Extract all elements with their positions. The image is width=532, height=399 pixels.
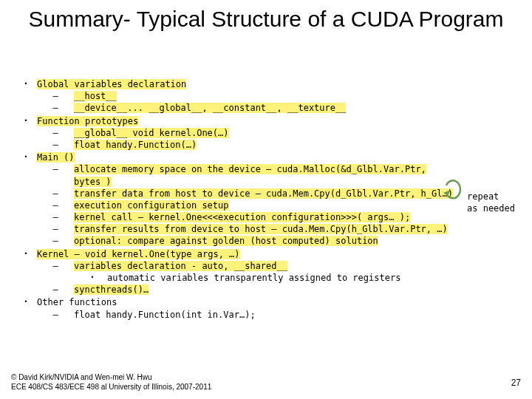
sub-text-wrap: transfer data from host to device – cuda… xyxy=(74,188,453,200)
footer-line2: ECE 408/CS 483/ECE 498 al University of … xyxy=(11,382,211,392)
sub-row: –transfer data from host to device – cud… xyxy=(15,188,458,200)
sub-row: –__global__ void kernel.One(…) xyxy=(15,127,458,139)
sub-row: –variables declaration - auto, __shared_… xyxy=(15,260,458,272)
sub-row: •automatic variables transparently assig… xyxy=(15,272,458,284)
dash-icon: – xyxy=(37,90,74,102)
sub-text-wrap: syncthreads()… xyxy=(74,284,149,296)
section-head-text: Main () xyxy=(37,152,75,163)
sub-text: transfer data from host to device – cuda… xyxy=(74,188,453,199)
dash-icon: – xyxy=(37,102,74,114)
dash-icon: – xyxy=(37,188,74,200)
section-head: Main () xyxy=(37,151,75,163)
sub-row: –execution configuration setup xyxy=(15,200,458,211)
section-head: Global variables declaration xyxy=(37,78,186,90)
section-row: •Other functions xyxy=(15,296,458,308)
section-head-text: Function prototypes xyxy=(37,116,138,126)
dash-icon: – xyxy=(37,235,74,247)
sub-text-wrap: execution configuration setup xyxy=(74,200,229,211)
sub-text-wrap: allocate memory space on the device – cu… xyxy=(74,163,458,187)
section-row: •Function prototypes xyxy=(15,115,458,127)
section-row: •Main () xyxy=(15,151,458,163)
sub-text-wrap: __host__ xyxy=(74,90,117,102)
sub-text-wrap: __device__... __global__, __constant__, … xyxy=(74,102,346,114)
sub-text-wrap: optional: compare against golden (host c… xyxy=(74,235,378,247)
section-head: Kernel – void kernel.One(type args, …) xyxy=(37,248,240,260)
section-row: •Global variables declaration xyxy=(15,78,458,90)
dash-icon: – xyxy=(37,284,74,296)
sub-row: –transfer results from device to host – … xyxy=(15,223,458,235)
sub-text: execution configuration setup xyxy=(74,200,229,211)
dash-icon: – xyxy=(37,200,74,211)
bullet-icon: • xyxy=(15,151,37,163)
dash-icon: – xyxy=(37,139,74,151)
sub-text-wrap: float handy.Function(…) xyxy=(74,139,197,151)
sub-text: transfer results from device to host – c… xyxy=(74,224,448,234)
bullet-icon: • xyxy=(15,296,37,308)
sub-text: __device__... __global__, __constant__, … xyxy=(74,103,346,113)
sub-text: __global__ void kernel.One(…) xyxy=(74,128,229,138)
dash-icon: – xyxy=(37,260,74,272)
dash-icon: – xyxy=(37,309,74,321)
annot-line1: repeat xyxy=(467,191,515,202)
sub-text: variables declaration - auto, __shared__ xyxy=(74,261,287,271)
section-head: Other functions xyxy=(37,296,117,308)
section-head-text: Kernel – void kernel.One(type args, …) xyxy=(37,249,240,259)
section-row: •Kernel – void kernel.One(type args, …) xyxy=(15,248,458,260)
sub-text: float handy.Function(int in.Var…); xyxy=(74,310,256,320)
bullet-icon: • xyxy=(15,115,37,127)
dash-icon: – xyxy=(37,211,74,223)
slide-title: Summary- Typical Structure of a CUDA Pro… xyxy=(0,6,532,33)
sub-text-wrap: kernel call – kernel.One<<<execution con… xyxy=(74,211,410,223)
sub-text-wrap: variables declaration - auto, __shared__ xyxy=(74,260,287,272)
dash-icon: – xyxy=(37,127,74,139)
sub-row: –kernel call – kernel.One<<<execution co… xyxy=(15,211,458,223)
sub-text: float handy.Function(…) xyxy=(74,140,197,150)
sub-row: –float handy.Function(…) xyxy=(15,139,458,151)
sub-text: allocate memory space on the device – cu… xyxy=(74,164,426,186)
footer-copyright: © David Kirk/NVIDIA and Wen-mei W. Hwu E… xyxy=(11,372,211,392)
sub-text: kernel call – kernel.One<<<execution con… xyxy=(74,212,410,222)
annot-line2: as needed xyxy=(467,202,515,214)
sub-text: __host__ xyxy=(74,91,117,101)
sub-row: –__host__ xyxy=(15,90,458,102)
page-number: 27 xyxy=(511,378,521,388)
bullet-icon: • xyxy=(78,272,107,284)
repeat-annotation: repeat as needed xyxy=(467,191,515,214)
footer-line1: © David Kirk/NVIDIA and Wen-mei W. Hwu xyxy=(11,372,211,382)
dash-icon: – xyxy=(37,223,74,235)
sub-text: syncthreads()… xyxy=(74,284,149,295)
sub-row: –syncthreads()… xyxy=(15,284,458,296)
sub-row: –float handy.Function(int in.Var…); xyxy=(15,309,458,321)
bullet-icon: • xyxy=(15,78,37,90)
sub-text-wrap: automatic variables transparently assign… xyxy=(107,272,400,284)
sub-text-wrap: float handy.Function(int in.Var…); xyxy=(74,309,256,321)
sub-row: –__device__... __global__, __constant__,… xyxy=(15,102,458,114)
sub-row: –allocate memory space on the device – c… xyxy=(15,163,458,187)
bullet-icon: • xyxy=(15,248,37,260)
dash-icon: – xyxy=(37,163,74,175)
sub-row: –optional: compare against golden (host … xyxy=(15,235,458,247)
content-block: •Global variables declaration–__host__–_… xyxy=(15,78,458,321)
sub-text-wrap: transfer results from device to host – c… xyxy=(74,223,448,235)
sub-text: optional: compare against golden (host c… xyxy=(74,236,378,246)
section-head-text: Other functions xyxy=(37,297,117,307)
sub-text: automatic variables transparently assign… xyxy=(107,273,400,283)
repeat-arrow-icon xyxy=(442,171,466,200)
section-head: Function prototypes xyxy=(37,115,138,127)
section-head-text: Global variables declaration xyxy=(37,79,186,89)
sub-text-wrap: __global__ void kernel.One(…) xyxy=(74,127,229,139)
